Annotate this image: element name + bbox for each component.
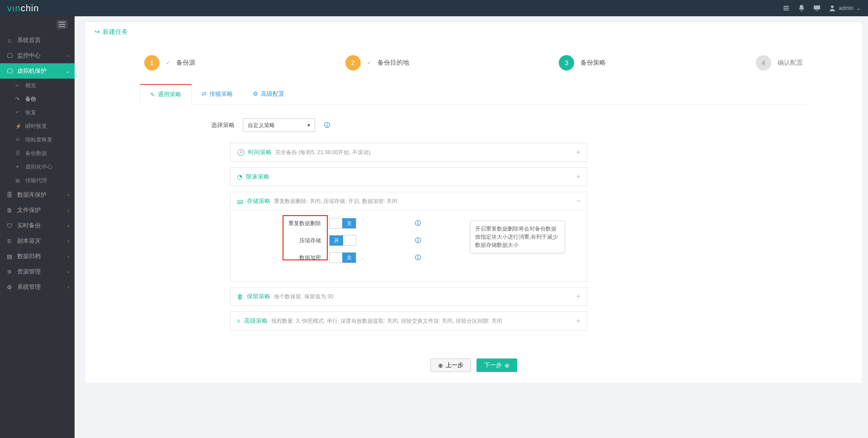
plus-icon: + (576, 317, 580, 325)
chevron-icon: ‹ (68, 223, 69, 228)
gauge-icon: ◔ (237, 173, 242, 180)
select-policy-label: 选择策略 (198, 121, 235, 129)
accordion-speed-head[interactable]: ◔ 限速策略 + (231, 168, 587, 186)
encrypt-toggle[interactable]: 关 (329, 252, 356, 263)
step-label: 备份目的地 (377, 59, 409, 67)
chevron-icon: ‹ (68, 193, 69, 198)
sub-icon: ↷ (15, 96, 22, 102)
chevron-icon: ‹ (68, 239, 69, 244)
sub-item-1[interactable]: ↷备份 (0, 92, 75, 106)
step-num: 1 (144, 55, 160, 71)
clock-icon: 🕑 (237, 149, 245, 156)
nav-icon: ⚞ (6, 268, 13, 275)
chevron-down-icon: ⌄ (856, 5, 861, 11)
nav-item-4[interactable]: 🗎文件保护‹ (0, 203, 75, 218)
nav-item-0[interactable]: ⌂系统首页 (0, 33, 75, 48)
step-0: 1✓备份源 (144, 55, 195, 71)
encrypt-label: 数据加密 (276, 254, 321, 262)
nav-item-9[interactable]: ⚙系统管理‹ (0, 279, 75, 295)
chevron-icon: ‹ (68, 208, 69, 213)
check-icon: ✓ (166, 60, 170, 66)
info-icon[interactable]: ⓘ (415, 236, 421, 245)
step-num: 4 (756, 55, 771, 71)
nav-icon: 🗄 (6, 192, 13, 198)
sub-item-2[interactable]: ↶恢复 (0, 106, 75, 119)
tab-icon: ✎ (150, 91, 155, 98)
chevron-icon: ‹ (68, 53, 69, 58)
sub-item-4[interactable]: ⟲细粒度恢复 (0, 133, 75, 146)
select-policy-dropdown[interactable]: 自定义策略 ▾ (243, 118, 315, 132)
accordion-advanced: ⌗ 高级策略 线程数量: 3, 快照模式: 串行, 深度有效数据提取: 关闭, … (230, 311, 587, 330)
sub-item-6[interactable]: ✦虚拟化中心 (0, 160, 75, 174)
user-menu[interactable]: admin ⌄ (829, 5, 861, 12)
nav-item-5[interactable]: 🛡实时备份‹ (0, 218, 75, 233)
disk-icon: 🖴 (237, 198, 243, 205)
info-icon[interactable]: ⓘ (324, 121, 330, 129)
accordion-time-head[interactable]: 🕑 时间策略 完全备份 (每周5, 21:38:00开始, 不滚动). + (231, 143, 587, 161)
nav-icon: ⚙ (6, 284, 13, 291)
dedup-label: 重复数据删除 (276, 220, 321, 227)
sidebar: ⌂系统首页🖵监控中心‹🖵虚拟机保护⌄≡概览↷备份↶恢复⚡瞬时恢复⟲细粒度恢复🗄备… (0, 16, 75, 438)
nav-item-6[interactable]: ⎘副本容灾‹ (0, 233, 75, 249)
page-title: 新建任务 (103, 28, 128, 35)
accordion-advanced-head[interactable]: ⌗ 高级策略 线程数量: 3, 快照模式: 串行, 深度有效数据提取: 关闭, … (231, 312, 587, 330)
main-content: ↪新建任务 1✓备份源2✓备份目的地3备份策略4确认配置 ✎通用策略⇄传输策略⚙… (75, 16, 868, 438)
svg-point-0 (831, 5, 834, 8)
hamburger-icon[interactable] (57, 20, 67, 29)
step-2: 3备份策略 (559, 55, 606, 71)
info-icon[interactable]: ⓘ (415, 254, 421, 262)
nav-item-2[interactable]: 🖵虚拟机保护⌄ (0, 63, 75, 79)
grid-icon: ⌗ (237, 317, 241, 325)
policy-tabs: ✎通用策略⇄传输策略⚙高级配置 (140, 84, 807, 105)
sub-icon: 🗄 (15, 151, 22, 156)
compress-label: 压缩存储 (276, 237, 321, 245)
list-icon[interactable] (783, 5, 790, 12)
sub-icon: ⟲ (15, 137, 22, 143)
bell-icon[interactable] (798, 5, 805, 12)
nav-icon: 🖵 (6, 52, 13, 59)
info-icon[interactable]: ⓘ (415, 219, 421, 227)
sub-item-0[interactable]: ≡概览 (0, 79, 75, 92)
accordion-storage: 🖴 存储策略 重复数据删除: 关闭, 压缩存储: 开启, 数据加密: 关闭 − … (230, 192, 587, 282)
accordion-storage-head[interactable]: 🖴 存储策略 重复数据删除: 关闭, 压缩存储: 开启, 数据加密: 关闭 − (231, 192, 587, 210)
step-num: 3 (559, 55, 574, 71)
nav-icon: 🗎 (6, 207, 13, 214)
plus-icon: + (576, 292, 580, 301)
step-num: 2 (345, 55, 361, 71)
nav-icon: ⎘ (6, 238, 13, 245)
tab-icon: ⇄ (202, 90, 207, 97)
plus-icon: + (576, 148, 580, 156)
nav-item-7[interactable]: ▤数据归档‹ (0, 249, 75, 264)
nav-item-3[interactable]: 🗄数据库保护‹ (0, 187, 75, 203)
tab-0[interactable]: ✎通用策略 (140, 84, 192, 105)
sub-item-7[interactable]: ▦传输代理 (0, 174, 75, 187)
nav-icon: 🛡 (6, 222, 13, 229)
tab-icon: ⚙ (253, 90, 258, 97)
plus-icon: + (576, 173, 580, 181)
accordion-time: 🕑 时间策略 完全备份 (每周5, 21:38:00开始, 不滚动). + (230, 143, 587, 162)
accordion-retain-head[interactable]: 🗑 保留策略 按个数保留, 保留值为 30 + (231, 287, 587, 306)
sub-item-5[interactable]: 🗄备份数据 (0, 146, 75, 160)
nav-item-8[interactable]: ⚞资源管理‹ (0, 264, 75, 279)
sub-item-3[interactable]: ⚡瞬时恢复 (0, 119, 75, 133)
nav-item-1[interactable]: 🖵监控中心‹ (0, 48, 75, 63)
share-icon: ↪ (94, 28, 100, 35)
accordion-speed: ◔ 限速策略 + (230, 167, 587, 186)
caret-down-icon: ▾ (307, 122, 310, 128)
prev-button[interactable]: ⊕ 上一步 (430, 358, 471, 372)
app-header: vınchin admin ⌄ (0, 0, 868, 16)
step-label: 确认配置 (778, 59, 803, 67)
nav-icon: ⌂ (6, 37, 13, 44)
monitor-icon[interactable] (813, 5, 821, 12)
tab-1[interactable]: ⇄传输策略 (192, 84, 243, 104)
step-label: 备份源 (176, 59, 195, 67)
nav-icon: ▤ (6, 253, 13, 260)
brand-logo: vınchin (7, 3, 39, 14)
sub-icon: ✦ (15, 164, 22, 170)
sidebar-collapse (0, 16, 75, 33)
arrow-right-icon: ⊕ (505, 362, 509, 369)
next-button[interactable]: 下一步 ⊕ (476, 358, 517, 372)
compress-toggle[interactable]: 开 (329, 235, 356, 246)
tab-2[interactable]: ⚙高级配置 (243, 84, 294, 104)
dedup-toggle[interactable]: 关 (329, 218, 356, 229)
